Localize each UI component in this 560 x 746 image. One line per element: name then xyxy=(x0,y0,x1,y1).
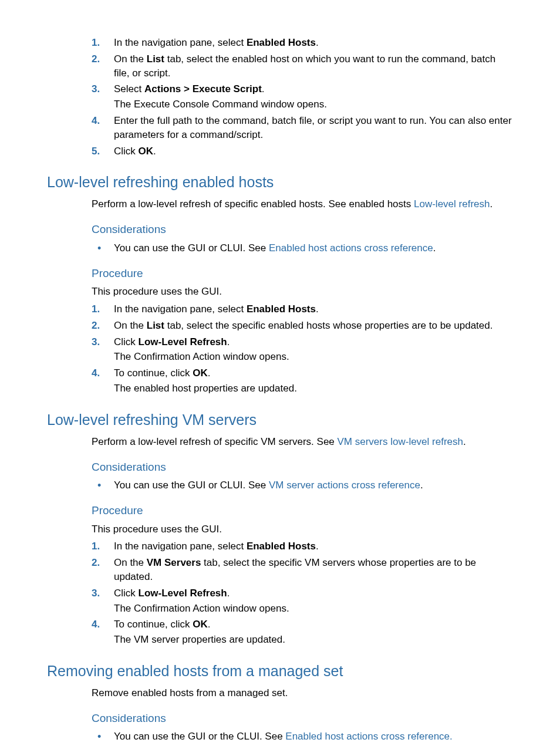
step-number: 2. xyxy=(92,319,100,333)
sec2-cons-pre: You can use the GUI or CLUI. See xyxy=(114,480,269,491)
sec1-considerations-list: You can use the GUI or CLUI. See Enabled… xyxy=(92,241,513,255)
step-subtext: The Confirmation Action window opens. xyxy=(114,602,513,616)
sec2-consideration-item: You can use the GUI or CLUI. See VM serv… xyxy=(114,478,513,492)
step-text: Enter the full path to the command, batc… xyxy=(114,115,512,140)
step-subtext: The Execute Console Command window opens… xyxy=(114,97,513,112)
procedure-step: 1.In the navigation pane, select Enabled… xyxy=(114,302,513,316)
heading-low-level-refreshing-vm-servers: Low-level refreshing VM servers xyxy=(47,410,513,430)
sec1-intro-post: . xyxy=(490,198,492,210)
sec3-consideration-item: You can use the GUI or the CLUI. See Ena… xyxy=(114,730,513,744)
step-number: 3. xyxy=(92,335,100,349)
step-text: In the navigation pane, select Enabled H… xyxy=(114,303,319,315)
sec1-intro: Perform a low-level refresh of specific … xyxy=(92,197,513,211)
step-text: To continue, click OK. xyxy=(114,619,210,630)
sec2-cons-post: . xyxy=(420,480,423,491)
sec2-considerations-list: You can use the GUI or CLUI. See VM serv… xyxy=(92,478,513,492)
step-text: Select Actions > Execute Script. xyxy=(114,83,265,94)
sec1-consideration-item: You can use the GUI or CLUI. See Enabled… xyxy=(114,241,513,255)
step-number: 5. xyxy=(92,144,100,158)
link-low-level-refresh[interactable]: Low-level refresh xyxy=(414,198,490,210)
link-enabled-host-actions-xref-1[interactable]: Enabled host actions cross reference xyxy=(269,242,433,254)
intro-procedure-steps: 1.In the navigation pane, select Enabled… xyxy=(92,36,513,158)
step-number: 3. xyxy=(92,82,100,96)
sec2-intro: Perform a low-level refresh of specific … xyxy=(92,435,513,449)
procedure-step: 4.Enter the full path to the command, ba… xyxy=(114,114,513,142)
step-number: 4. xyxy=(92,114,100,128)
link-vm-server-actions-xref[interactable]: VM server actions cross reference xyxy=(269,480,420,491)
sec2-procedure-heading: Procedure xyxy=(92,503,513,519)
sec1-cons-pre: You can use the GUI or CLUI. See xyxy=(114,242,269,254)
step-number: 4. xyxy=(92,617,100,632)
procedure-step: 3.Click Low-Level Refresh.The Confirmati… xyxy=(114,335,513,364)
procedure-step: 3.Click Low-Level Refresh.The Confirmati… xyxy=(114,586,513,616)
heading-removing-enabled-hosts: Removing enabled hosts from a managed se… xyxy=(47,661,513,681)
step-text: Click Low-Level Refresh. xyxy=(114,588,230,599)
step-number: 2. xyxy=(92,556,100,570)
step-text: In the navigation pane, select Enabled H… xyxy=(114,37,319,48)
sec1-intro-pre: Perform a low-level refresh of specific … xyxy=(92,198,414,210)
sec2-proc-intro: This procedure uses the GUI. xyxy=(92,522,513,536)
sec2-procedure-steps: 1.In the navigation pane, select Enabled… xyxy=(92,539,513,647)
sec1-cons-post: . xyxy=(433,242,436,254)
heading-low-level-refreshing-enabled-hosts: Low-level refreshing enabled hosts xyxy=(47,172,513,193)
sec1-proc-intro: This procedure uses the GUI. xyxy=(92,285,513,299)
procedure-step: 4.To continue, click OK.The VM server pr… xyxy=(114,617,513,647)
step-text: In the navigation pane, select Enabled H… xyxy=(114,541,319,552)
procedure-step: 1.In the navigation pane, select Enabled… xyxy=(114,36,513,50)
procedure-step: 1.In the navigation pane, select Enabled… xyxy=(114,539,513,553)
step-text: On the List tab, select the specific ena… xyxy=(114,320,492,331)
step-number: 1. xyxy=(92,36,100,50)
step-text: Click Low-Level Refresh. xyxy=(114,336,230,347)
sec2-intro-post: . xyxy=(463,436,466,447)
procedure-step: 4.To continue, click OK.The enabled host… xyxy=(114,366,513,396)
step-text: To continue, click OK. xyxy=(114,367,210,379)
sec1-considerations-heading: Considerations xyxy=(92,222,513,238)
step-number: 2. xyxy=(92,52,100,66)
step-subtext: The VM server properties are updated. xyxy=(114,633,513,647)
sec2-intro-pre: Perform a low-level refresh of specific … xyxy=(92,436,338,447)
step-text: Click OK. xyxy=(114,146,156,157)
step-subtext: The Confirmation Action window opens. xyxy=(114,350,513,364)
sec3-intro: Remove enabled hosts from a managed set. xyxy=(92,686,513,700)
link-vm-servers-low-level-refresh[interactable]: VM servers low-level refresh xyxy=(338,436,463,447)
sec2-considerations-heading: Considerations xyxy=(92,460,513,475)
procedure-step: 5.Click OK. xyxy=(114,144,513,158)
link-enabled-host-actions-xref-2[interactable]: Enabled host actions cross reference. xyxy=(285,731,452,742)
procedure-step: 2.On the List tab, select the specific e… xyxy=(114,319,513,333)
sec3-considerations-list: You can use the GUI or the CLUI. See Ena… xyxy=(92,730,513,744)
procedure-step: 2.On the List tab, select the enabled ho… xyxy=(114,52,513,80)
procedure-step: 2.On the VM Servers tab, select the spec… xyxy=(114,556,513,584)
step-number: 1. xyxy=(92,539,100,553)
step-number: 4. xyxy=(92,366,100,380)
procedure-step: 3.Select Actions > Execute Script.The Ex… xyxy=(114,82,513,112)
sec3-cons-pre: You can use the GUI or the CLUI. See xyxy=(114,731,285,742)
step-text: On the VM Servers tab, select the specif… xyxy=(114,557,476,582)
sec1-procedure-steps: 1.In the navigation pane, select Enabled… xyxy=(92,302,513,396)
sec1-procedure-heading: Procedure xyxy=(92,266,513,282)
step-text: On the List tab, select the enabled host… xyxy=(114,53,495,79)
step-number: 1. xyxy=(92,302,100,316)
step-number: 3. xyxy=(92,586,100,600)
document-page: 1.In the navigation pane, select Enabled… xyxy=(0,0,560,746)
step-subtext: The enabled host properties are updated. xyxy=(114,382,513,396)
sec3-considerations-heading: Considerations xyxy=(92,711,513,727)
